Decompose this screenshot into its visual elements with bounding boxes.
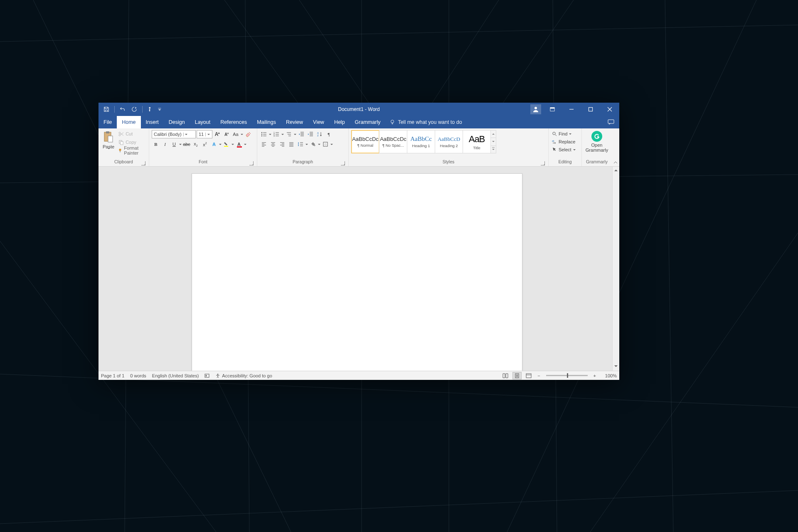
shrink-font-button[interactable]: A▾ — [222, 130, 231, 138]
font-size-combo[interactable]: 11 — [197, 130, 212, 138]
macro-status[interactable] — [204, 373, 209, 378]
align-left-button[interactable] — [260, 140, 268, 148]
paste-button[interactable]: Paste — [101, 130, 116, 158]
tab-mailings[interactable]: Mailings — [252, 116, 281, 128]
tab-view[interactable]: View — [308, 116, 329, 128]
svg-line-9 — [665, 0, 673, 532]
word-window: Document1 - Word File Home Insert Design… — [99, 103, 619, 380]
paragraph-launcher[interactable] — [341, 161, 345, 165]
style-title[interactable]: AaBTitle — [463, 130, 491, 153]
svg-rect-48 — [206, 375, 207, 377]
font-launcher[interactable] — [249, 161, 254, 165]
underline-button[interactable]: U — [170, 140, 178, 148]
clear-formatting-button[interactable] — [244, 130, 252, 138]
italic-button[interactable]: I — [161, 140, 169, 148]
minimize-button[interactable] — [562, 103, 581, 116]
style-heading-2[interactable]: AaBbCcDHeading 2 — [435, 130, 463, 153]
tab-file[interactable]: File — [99, 116, 117, 128]
tab-design[interactable]: Design — [164, 116, 190, 128]
close-button[interactable] — [600, 103, 619, 116]
replace-button[interactable]: abReplace — [551, 138, 576, 145]
svg-rect-25 — [608, 120, 614, 123]
tab-layout[interactable]: Layout — [190, 116, 216, 128]
page-count[interactable]: Page 1 of 1 — [101, 373, 124, 378]
zoom-in-button[interactable]: + — [592, 373, 598, 378]
language-status[interactable]: English (United States) — [152, 373, 199, 378]
maximize-button[interactable] — [581, 103, 600, 116]
tab-insert[interactable]: Insert — [141, 116, 164, 128]
tell-me-search[interactable]: Tell me what you want to do — [385, 116, 466, 128]
cursor-icon — [552, 147, 557, 152]
select-button[interactable]: Select — [551, 146, 576, 153]
clipboard-launcher[interactable] — [141, 161, 145, 165]
bucket-icon — [310, 141, 316, 147]
align-right-button[interactable] — [278, 140, 286, 148]
tab-home[interactable]: Home — [117, 116, 140, 128]
web-layout-button[interactable] — [524, 372, 533, 379]
shading-button[interactable] — [309, 140, 317, 148]
svg-point-19 — [534, 107, 537, 109]
save-button[interactable] — [102, 105, 111, 114]
print-layout-button[interactable] — [512, 372, 522, 379]
zoom-out-button[interactable]: − — [536, 373, 542, 378]
align-center-button[interactable] — [269, 140, 277, 148]
touch-mode-button[interactable] — [146, 105, 155, 114]
accessibility-status[interactable]: Accessibility: Good to go — [215, 373, 272, 378]
grow-font-button[interactable]: A▴ — [213, 130, 222, 138]
styles-scroll-up[interactable] — [491, 131, 496, 138]
bold-button[interactable]: B — [152, 140, 160, 148]
style-heading-1[interactable]: AaBbCcHeading 1 — [407, 130, 435, 153]
sort-button[interactable]: AZ — [315, 130, 324, 138]
format-painter-button[interactable]: Format Painter — [118, 147, 146, 154]
separator — [142, 106, 143, 113]
collapse-ribbon-button[interactable] — [612, 128, 619, 166]
font-color-button[interactable]: A — [235, 140, 243, 148]
line-spacing-button[interactable] — [296, 140, 305, 148]
font-name-combo[interactable]: Calibri (Body) — [152, 130, 196, 138]
read-mode-button[interactable] — [501, 372, 510, 379]
styles-more[interactable] — [491, 146, 496, 153]
superscript-button[interactable]: x2 — [201, 140, 209, 148]
accessibility-icon — [215, 373, 220, 378]
find-button[interactable]: Find — [551, 130, 572, 138]
cut-button[interactable]: Cut — [118, 130, 146, 138]
document-page[interactable] — [192, 173, 522, 371]
scroll-up[interactable] — [613, 167, 619, 174]
highlight-button[interactable] — [222, 140, 231, 148]
tab-help[interactable]: Help — [329, 116, 350, 128]
redo-button[interactable] — [130, 105, 139, 114]
ribbon-display-button[interactable] — [543, 103, 562, 116]
subscript-button[interactable]: x2 — [192, 140, 200, 148]
scroll-down[interactable] — [613, 364, 619, 371]
vertical-scrollbar[interactable] — [612, 167, 619, 371]
quick-access-toolbar — [99, 105, 162, 114]
open-grammarly-button[interactable]: OpenGrammarly — [584, 130, 610, 153]
justify-button[interactable] — [287, 140, 296, 148]
styles-scroll-down[interactable] — [491, 138, 496, 145]
styles-launcher[interactable] — [541, 161, 545, 165]
text-effects-button[interactable]: A — [210, 140, 218, 148]
tab-grammarly[interactable]: Grammarly — [350, 116, 386, 128]
group-clipboard: Paste Cut Copy Format Painter Clipboard — [99, 128, 149, 166]
style-no-spacing[interactable]: AaBbCcDc¶ No Spac... — [379, 130, 407, 153]
change-case-button[interactable]: Aa — [232, 130, 240, 138]
bullets-button[interactable] — [260, 130, 268, 138]
account-button[interactable] — [530, 104, 541, 114]
feedback-button[interactable] — [603, 116, 619, 128]
zoom-slider[interactable] — [546, 375, 588, 376]
style-normal[interactable]: AaBbCcDc¶ Normal — [351, 130, 379, 153]
qat-customize[interactable] — [158, 105, 162, 114]
tab-review[interactable]: Review — [281, 116, 308, 128]
zoom-level[interactable]: 100% — [600, 373, 617, 378]
undo-button[interactable] — [118, 105, 127, 114]
copy-button[interactable]: Copy — [118, 138, 146, 146]
decrease-indent-button[interactable] — [297, 130, 305, 138]
borders-button[interactable] — [321, 140, 330, 148]
show-marks-button[interactable]: ¶ — [325, 130, 333, 138]
strikethrough-button[interactable]: abc — [182, 140, 191, 148]
multilevel-list-button[interactable] — [285, 130, 293, 138]
word-count[interactable]: 0 words — [130, 373, 146, 378]
numbering-button[interactable]: 123 — [272, 130, 281, 138]
increase-indent-button[interactable] — [306, 130, 315, 138]
tab-references[interactable]: References — [215, 116, 252, 128]
